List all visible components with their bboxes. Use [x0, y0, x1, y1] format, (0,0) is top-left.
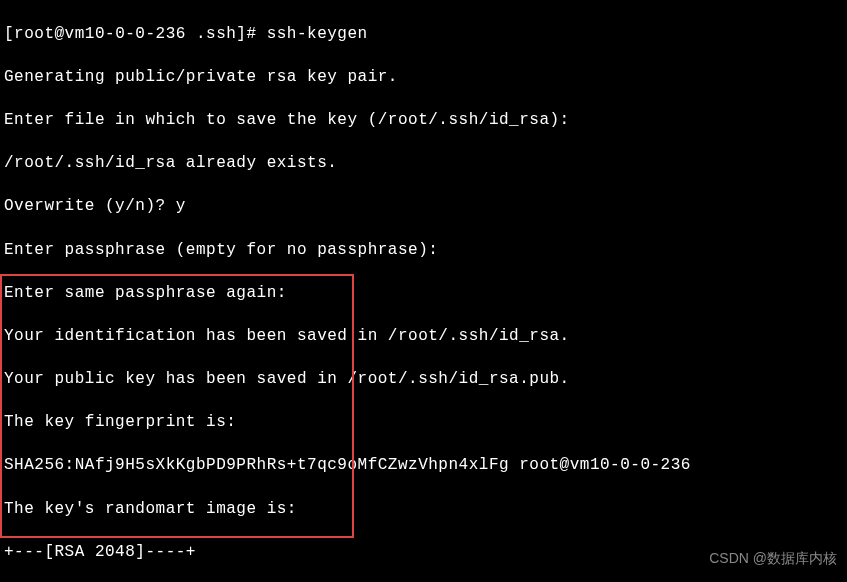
output-identification-saved: Your identification has been saved in /r… — [4, 326, 843, 348]
output-enter-file: Enter file in which to save the key (/ro… — [4, 110, 843, 132]
csdn-watermark: CSDN @数据库内核 — [709, 549, 837, 568]
output-fingerprint-label: The key fingerprint is: — [4, 412, 843, 434]
prompt-bracket-open: [ — [4, 25, 14, 43]
user-input-y: y — [176, 197, 186, 215]
output-randomart-label: The key's randomart image is: — [4, 499, 843, 521]
command-ssh-keygen: ssh-keygen — [267, 25, 368, 43]
prompt-user-host: root@vm10-0-0-236 .ssh — [14, 25, 236, 43]
prompt-bracket-close: ]# — [236, 25, 266, 43]
output-overwrite-line: Overwrite (y/n)? y — [4, 196, 843, 218]
output-pubkey-saved: Your public key has been saved in /root/… — [4, 369, 843, 391]
prompt-line-1: [root@vm10-0-0-236 .ssh]# ssh-keygen — [4, 24, 843, 46]
output-overwrite-prompt: Overwrite (y/n)? — [4, 197, 176, 215]
output-same-passphrase: Enter same passphrase again: — [4, 283, 843, 305]
output-enter-passphrase: Enter passphrase (empty for no passphras… — [4, 240, 843, 262]
output-fingerprint-value: SHA256:NAfj9H5sXkKgbPD9PRhRs+t7qc9oMfCZw… — [4, 455, 843, 477]
output-already-exists: /root/.ssh/id_rsa already exists. — [4, 153, 843, 175]
output-generating: Generating public/private rsa key pair. — [4, 67, 843, 89]
terminal-output[interactable]: [root@vm10-0-0-236 .ssh]# ssh-keygen Gen… — [4, 2, 843, 582]
